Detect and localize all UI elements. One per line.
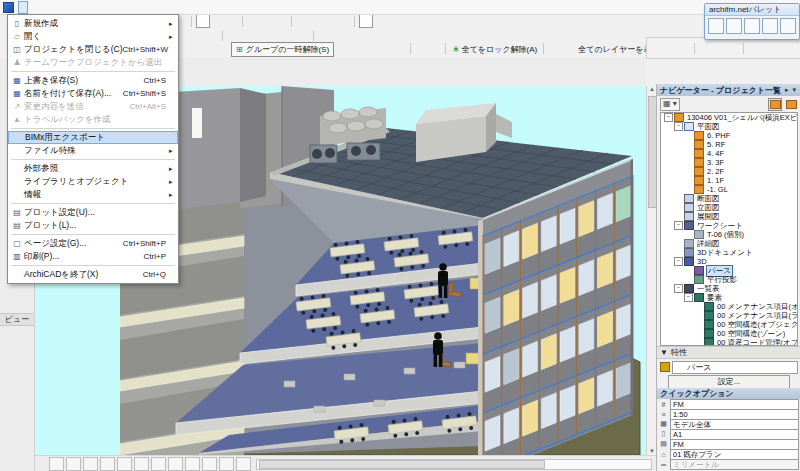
toolbar-icon[interactable]	[389, 15, 401, 27]
viewport-hscrollbar[interactable]	[256, 459, 652, 470]
quick-option-select[interactable]: ミリメートル	[670, 459, 799, 470]
toolbar-icon[interactable]	[269, 29, 281, 41]
toolbar-icon[interactable]	[201, 43, 213, 55]
archifm-toolbar-icon[interactable]	[664, 42, 676, 54]
toolbar-icon[interactable]	[548, 43, 560, 55]
tool-icon[interactable]	[2, 370, 16, 384]
tree-item[interactable]: − 130406 V01_シェルパ(横浜EXビル	[661, 113, 797, 122]
navigator-collapse-icon[interactable]: ▾	[790, 86, 798, 94]
toolbar-icon[interactable]	[338, 43, 350, 55]
file-menu-item[interactable]: トラベルパックを作成 ▸	[8, 113, 178, 126]
tool-icon[interactable]	[16, 370, 30, 384]
archifm-toolbar-icon[interactable]	[713, 42, 725, 54]
settings-button[interactable]: 設定...	[668, 375, 790, 389]
archifm-toolbar-icon[interactable]	[678, 42, 690, 54]
toolbar-icon[interactable]	[415, 43, 427, 55]
navigator-title-bar[interactable]: ナビゲーター - プロジェクト一覧 ▸ ▾	[657, 84, 800, 96]
archifm-toolbar-icon[interactable]	[748, 42, 760, 54]
menu-bar-item[interactable]	[48, 1, 58, 13]
tree-item[interactable]: 断面図	[661, 194, 797, 203]
tree-item[interactable]: 3. 3F	[661, 158, 797, 167]
tool-icon[interactable]	[16, 356, 30, 370]
hscroll-thumb[interactable]	[259, 460, 545, 469]
viewport-nav-icon[interactable]	[66, 457, 81, 471]
toolbar-icon[interactable]	[187, 43, 199, 55]
viewport-nav-icon[interactable]	[100, 457, 115, 471]
tree-item[interactable]: 3Dドキュメント	[661, 248, 797, 257]
tree-item[interactable]: 平行投影	[661, 275, 797, 284]
palette-button[interactable]	[744, 18, 760, 34]
menu-bar-item[interactable]	[58, 1, 68, 13]
tool-icon[interactable]	[16, 342, 30, 356]
tool-icon[interactable]	[2, 356, 16, 370]
toolbar-icon[interactable]	[261, 15, 273, 27]
palette-button[interactable]	[780, 18, 796, 34]
toolbar-icon[interactable]	[562, 43, 574, 55]
tool-icon[interactable]	[2, 384, 16, 398]
project-chooser-button[interactable]: ▦ ▾	[660, 98, 680, 111]
viewport-nav-icon[interactable]	[117, 457, 132, 471]
tool-icon[interactable]	[2, 342, 16, 356]
file-menu-item[interactable]: プロット設定(U)... ▸	[8, 206, 178, 219]
toolbar-icon[interactable]	[297, 29, 309, 41]
menu-bar-item[interactable]	[98, 1, 108, 13]
palette-button[interactable]	[762, 18, 778, 34]
archifm-toolbar-icon[interactable]	[727, 42, 739, 54]
archifm-toolbar-icon[interactable]	[699, 42, 711, 54]
tool-icon[interactable]	[16, 328, 30, 342]
toolbar-icon[interactable]	[283, 29, 295, 41]
toolbar-icon[interactable]	[324, 15, 336, 27]
tree-item[interactable]: -1. GL	[661, 185, 797, 194]
tree-item[interactable]: 00 資産コード管理(オブジェ	[661, 338, 797, 346]
menu-bar-item[interactable]	[28, 1, 38, 13]
palette-title[interactable]: archifm.netパレット	[705, 4, 799, 16]
toolbar-icon[interactable]	[375, 15, 387, 27]
file-menu-item[interactable]: ArchiCADを終了(X) Ctrl+Q ▸	[8, 268, 178, 281]
archifm-toolbar-icon[interactable]	[650, 42, 662, 54]
file-menu-item[interactable]: プロット(L)... ▸	[8, 219, 178, 232]
menu-bar-item[interactable]	[38, 1, 48, 13]
palette-button[interactable]	[726, 18, 742, 34]
file-menu-item[interactable]: ライブラリとオブジェクト ▸	[8, 175, 178, 188]
toolbar-icon[interactable]	[338, 15, 350, 27]
toolbar-icon[interactable]	[247, 15, 259, 27]
file-menu-item[interactable]: BIMx用エクスポート ▸	[8, 131, 178, 144]
toolbar-icon[interactable]	[275, 15, 287, 27]
toolbar-icon[interactable]	[366, 43, 378, 55]
navigator-layout-book-button[interactable]	[784, 98, 798, 111]
toolbar-icon[interactable]	[192, 29, 204, 41]
viewport-nav-icon[interactable]	[236, 457, 251, 471]
tree-item[interactable]: 6. PHF	[661, 131, 797, 140]
file-menu-item[interactable]: 変更内容を送信 Ctrl+Alt+S ▸	[8, 100, 178, 113]
properties-header[interactable]: ▼ 特性	[657, 346, 800, 359]
tool-icon[interactable]	[16, 297, 30, 311]
palette-button[interactable]	[708, 18, 724, 34]
toolbar-icon[interactable]	[178, 29, 190, 41]
navigator-view-map-button[interactable]	[768, 98, 782, 111]
file-menu-item[interactable]: 印刷(P)... Ctrl+P ▸	[8, 250, 178, 263]
toolbar-icon[interactable]	[380, 43, 392, 55]
menu-bar-item[interactable]	[78, 1, 88, 13]
toolbar-icon[interactable]	[318, 29, 330, 41]
toolbar-icon[interactable]	[429, 43, 441, 55]
tree-expander[interactable]: −	[664, 113, 673, 122]
toolbar-icon[interactable]	[227, 29, 239, 41]
viewport-nav-icon[interactable]	[83, 457, 98, 471]
menu-bar-item[interactable]	[88, 1, 98, 13]
tree-item[interactable]: − 一覧表	[661, 284, 797, 293]
toolbar-icon[interactable]	[206, 29, 218, 41]
unlock-all-button[interactable]: ∗ 全てをロック解除(A)	[452, 44, 537, 55]
toolbar-icon[interactable]	[241, 29, 253, 41]
tree-item[interactable]: 4. 4F	[661, 149, 797, 158]
file-menu-item[interactable]: 新規作成 ▸	[8, 17, 178, 30]
file-menu-item[interactable]: 開く ▸	[8, 30, 178, 43]
toolbar-icon[interactable]	[332, 29, 344, 41]
tree-item[interactable]: 立面図	[661, 203, 797, 212]
viewport-nav-icon[interactable]	[202, 457, 217, 471]
archifm-toolbar-icon[interactable]	[762, 42, 774, 54]
suspend-groups-button[interactable]: ⊞ グループの一時解除(S)	[231, 42, 334, 57]
toolbar-icon[interactable]	[196, 14, 210, 28]
tree-item[interactable]: 1. 1F	[661, 176, 797, 185]
tree-item[interactable]: T-06 (個別)	[661, 230, 797, 239]
tree-expander[interactable]: −	[674, 284, 683, 293]
